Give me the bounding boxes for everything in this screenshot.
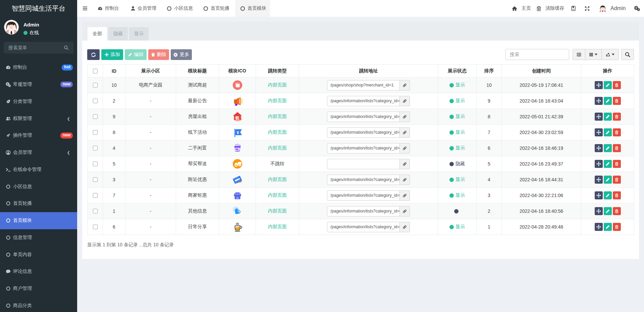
svg-text:二手: 二手: [235, 148, 240, 151]
svg-text:¥: ¥: [236, 130, 239, 135]
svg-text:租: 租: [235, 116, 239, 120]
